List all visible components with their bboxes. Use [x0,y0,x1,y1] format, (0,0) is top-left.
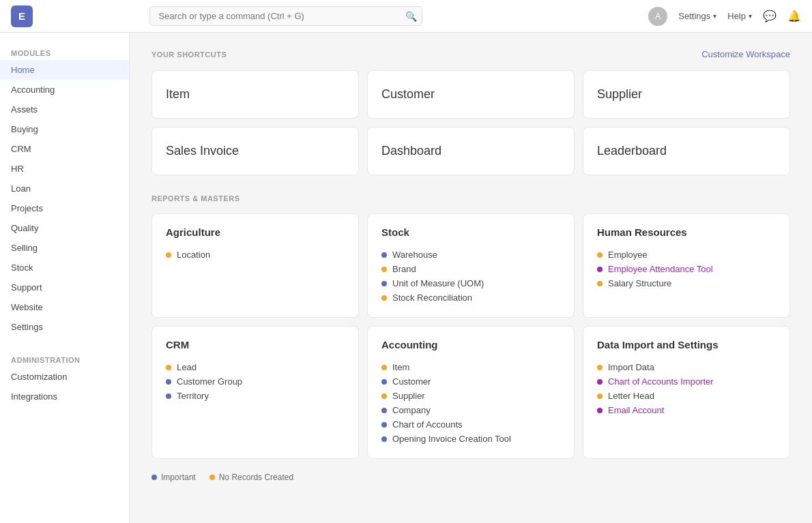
sidebar-item-settings[interactable]: Settings [0,317,129,337]
report-item[interactable]: Employee Attendance Tool [597,262,776,276]
report-item[interactable]: Territory [166,389,345,403]
legend-item-no-records: No Records Created [209,473,293,482]
shortcut-customer[interactable]: Customer [367,70,575,119]
sidebar-item-support[interactable]: Support [0,278,129,297]
shortcuts-section-title: YOUR SHORTCUTS [151,50,227,59]
main-content: YOUR SHORTCUTS Customize Workspace Item … [130,33,812,523]
sidebar-item-assets[interactable]: Assets [0,100,129,119]
modules-label: MODULES [0,44,129,60]
dot-icon [597,267,603,272]
legend: Important No Records Created [151,473,790,482]
settings-button[interactable]: Settings ▾ [678,11,716,21]
dot-icon [166,365,171,370]
sidebar-item-home[interactable]: Home [0,60,129,80]
report-item[interactable]: Letter Head [597,389,776,403]
report-item[interactable]: Warehouse [381,248,560,262]
report-card-title: Data Import and Settings [597,339,776,350]
chat-icon[interactable]: 💬 [763,10,777,23]
help-button[interactable]: Help ▾ [727,11,752,21]
nav-right: A Settings ▾ Help ▾ 💬 🔔 [648,7,801,26]
reports-grid: Agriculture Location Stock Warehouse Bra… [151,213,790,459]
report-item[interactable]: Item [381,360,560,374]
sidebar-item-website[interactable]: Website [0,297,129,317]
shortcuts-grid: Item Customer Supplier Sales Invoice Das… [151,70,790,175]
report-item[interactable]: Chart of Accounts Importer [597,374,776,389]
reports-section-title: REPORTS & MASTERS [151,194,240,203]
report-item[interactable]: Opening Invoice Creation Tool [381,432,560,446]
dot-icon [597,393,603,399]
legend-dot-no-records [209,475,215,480]
report-card-title: CRM [166,339,345,350]
report-item[interactable]: Import Data [597,360,776,374]
report-item-label: Employee [608,250,648,260]
report-item[interactable]: Company [381,403,560,417]
search-icon: 🔍 [405,11,417,22]
report-item-label: Import Data [608,362,654,372]
sidebar-item-stock[interactable]: Stock [0,258,129,278]
report-item-label: Brand [392,264,416,274]
report-card-title: Accounting [381,339,560,350]
report-item[interactable]: Email Account [597,403,776,417]
search-input[interactable] [149,6,422,26]
sidebar-item-hr[interactable]: HR [0,159,129,179]
dot-icon [597,379,603,385]
report-card-crm: CRM Lead Customer Group Territory [151,326,359,459]
topnav: E 🔍 A Settings ▾ Help ▾ 💬 🔔 [0,0,812,33]
dot-icon [597,365,603,370]
sidebar-item-accounting[interactable]: Accounting [0,80,129,100]
report-card-title: Human Resources [597,226,776,238]
sidebar-item-integrations[interactable]: Integrations [0,387,129,406]
report-card-human-resources: Human Resources Employee Employee Attend… [583,213,790,318]
report-item[interactable]: Customer [381,374,560,389]
dot-icon [381,422,387,428]
report-card-stock: Stock Warehouse Brand Unit of Measure (U… [367,213,575,318]
dot-icon [166,379,171,385]
dot-icon [597,281,603,286]
report-item[interactable]: Lead [166,360,345,374]
dot-icon [166,252,171,258]
shortcut-item[interactable]: Item [151,70,359,119]
sidebar-item-projects[interactable]: Projects [0,198,129,218]
dot-icon [597,252,603,258]
shortcut-dashboard[interactable]: Dashboard [367,127,575,175]
customize-workspace-link[interactable]: Customize Workspace [701,49,790,59]
sidebar-item-quality[interactable]: Quality [0,218,129,238]
dot-icon [166,393,171,399]
report-item[interactable]: Location [166,248,345,262]
report-item[interactable]: Salary Structure [597,276,776,290]
sidebar-item-loan[interactable]: Loan [0,179,129,198]
sidebar-item-customization[interactable]: Customization [0,367,129,387]
report-item-label: Unit of Measure (UOM) [392,278,484,288]
shortcut-supplier[interactable]: Supplier [583,70,790,119]
report-item[interactable]: Employee [597,248,776,262]
dot-icon [381,379,387,385]
report-item-label: Supplier [392,391,425,401]
dot-icon [381,365,387,370]
report-item-label: Customer [392,376,431,387]
report-item-label: Email Account [608,405,664,415]
report-card-data-import: Data Import and Settings Import Data Cha… [583,326,790,459]
sidebar-item-crm[interactable]: CRM [0,139,129,159]
report-item-label: Chart of Accounts Importer [608,376,714,387]
report-item-label: Employee Attendance Tool [608,264,713,274]
dot-icon [381,252,387,258]
report-item[interactable]: Customer Group [166,374,345,389]
app-icon[interactable]: E [11,5,33,27]
shortcut-sales-invoice[interactable]: Sales Invoice [151,127,359,175]
report-item-label: Territory [177,391,209,401]
report-item-label: Item [392,362,409,372]
report-item[interactable]: Supplier [381,389,560,403]
report-item[interactable]: Stock Reconciliation [381,290,560,305]
shortcuts-section-header: YOUR SHORTCUTS Customize Workspace [151,49,790,59]
report-item[interactable]: Brand [381,262,560,276]
report-item-label: Opening Invoice Creation Tool [392,434,511,444]
sidebar-item-buying[interactable]: Buying [0,119,129,139]
shortcut-leaderboard[interactable]: Leaderboard [583,127,790,175]
dot-icon [381,408,387,413]
report-item[interactable]: Chart of Accounts [381,417,560,432]
sidebar-item-selling[interactable]: Selling [0,238,129,258]
report-item[interactable]: Unit of Measure (UOM) [381,276,560,290]
notification-icon[interactable]: 🔔 [787,10,801,23]
dot-icon [381,281,387,286]
dot-icon [381,295,387,301]
